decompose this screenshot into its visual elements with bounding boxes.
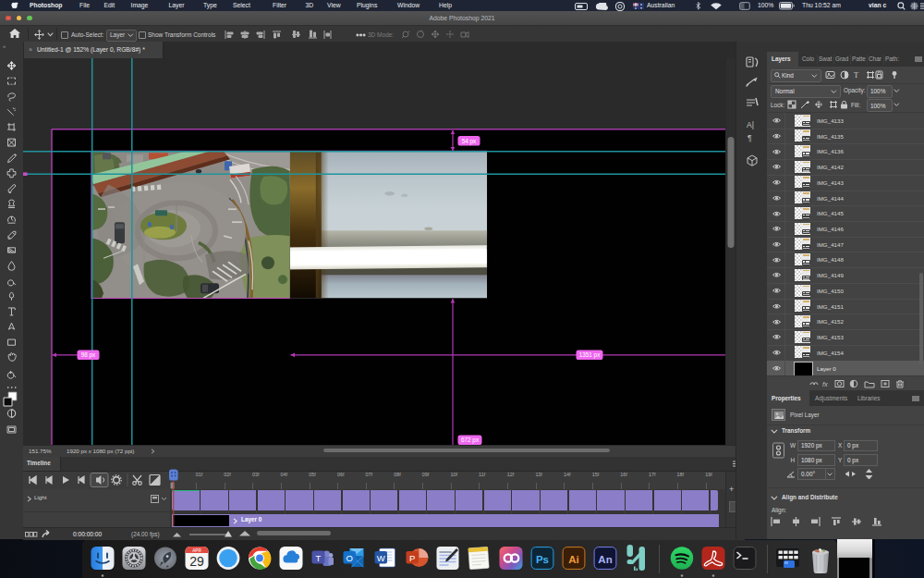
- svg-text:Ai: Ai: [568, 554, 579, 565]
- svg-text:672 px: 672 px: [461, 437, 480, 444]
- svg-text:T: T: [854, 71, 858, 80]
- svg-text:W: W: [377, 553, 385, 563]
- svg-text:P: P: [409, 553, 415, 563]
- svg-text:98 px: 98 px: [81, 351, 96, 359]
- svg-text:29: 29: [189, 554, 204, 569]
- svg-text:O: O: [346, 553, 353, 563]
- svg-text:An: An: [598, 554, 612, 565]
- svg-text:1351 px: 1351 px: [579, 351, 602, 359]
- svg-text:APR: APR: [192, 548, 201, 553]
- svg-text:fx: fx: [822, 380, 828, 388]
- svg-text:Ps: Ps: [536, 554, 549, 565]
- svg-text:54 px: 54 px: [462, 138, 477, 145]
- svg-text:¶: ¶: [748, 133, 752, 142]
- svg-text:T: T: [316, 553, 322, 563]
- svg-text:A|: A|: [747, 120, 754, 129]
